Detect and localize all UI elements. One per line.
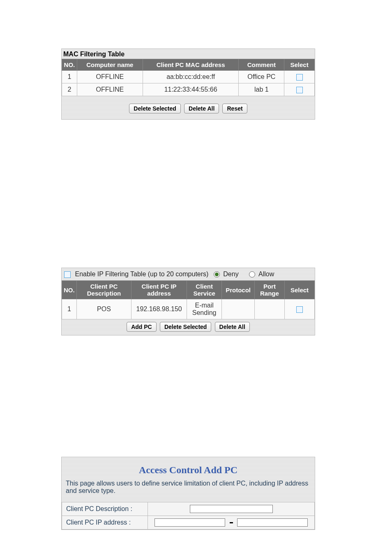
cell-service: E-mail Sending: [187, 299, 221, 319]
cell-name: OFFLINE: [77, 83, 143, 96]
deny-radio[interactable]: [214, 271, 220, 278]
cell-mac: aa:bb:cc:dd:ee:ff: [143, 71, 239, 83]
cell-port: [254, 299, 284, 319]
dash-icon: [230, 522, 233, 523]
desc-label: Client PC Description :: [62, 502, 148, 516]
client-ip-end-input[interactable]: [237, 518, 308, 527]
col-name: Computer name: [77, 59, 143, 71]
mac-filtering-panel: MAC Filtering Table NO. Computer name Cl…: [61, 49, 315, 120]
allow-radio[interactable]: [249, 271, 255, 278]
cell-no: 2: [62, 83, 77, 96]
delete-all-button[interactable]: Delete All: [184, 104, 219, 113]
col-no: NO.: [62, 59, 77, 71]
cell-name: OFFLINE: [77, 71, 143, 83]
col-protocol: Protocol: [222, 281, 255, 299]
col-port: Port Range: [254, 281, 284, 299]
access-control-desc: This page allows users to define service…: [62, 480, 315, 502]
ip-filter-enable-row: Enable IP Filtering Table (up to 20 comp…: [62, 268, 315, 280]
cell-no: 1: [62, 71, 77, 83]
deny-label: Deny: [223, 271, 238, 278]
row-select-checkbox[interactable]: [296, 74, 303, 81]
access-control-title: Access Control Add PC: [62, 457, 315, 480]
mac-filtering-title: MAC Filtering Table: [62, 49, 315, 59]
table-row: 2 OFFLINE 11:22:33:44:55:66 lab 1: [62, 83, 315, 96]
cell-ip: 192.168.98.150: [131, 299, 187, 319]
cell-desc: POS: [76, 299, 131, 319]
delete-selected-button[interactable]: Delete Selected: [160, 322, 212, 332]
col-ip: Client PC IP address: [131, 281, 187, 299]
delete-all-button[interactable]: Delete All: [215, 322, 250, 332]
client-desc-input[interactable]: [190, 505, 273, 513]
col-select: Select: [284, 281, 314, 299]
ip-filtering-panel: Enable IP Filtering Table (up to 20 comp…: [61, 268, 315, 335]
enable-ip-filter-checkbox[interactable]: [64, 271, 71, 278]
col-mac: Client PC MAC address: [143, 59, 239, 71]
client-ip-start-input[interactable]: [154, 518, 225, 527]
col-select: Select: [284, 59, 315, 71]
table-row: 1 POS 192.168.98.150 E-mail Sending: [62, 299, 315, 319]
col-comment: Comment: [239, 59, 284, 71]
row-select-checkbox[interactable]: [296, 306, 303, 313]
cell-mac: 11:22:33:44:55:66: [143, 83, 239, 96]
allow-label: Allow: [258, 271, 274, 278]
col-no: NO.: [62, 281, 77, 299]
ip-button-row: Add PC Delete Selected Delete All: [62, 319, 315, 335]
reset-button[interactable]: Reset: [222, 104, 247, 113]
ip-filtering-table: NO. Client PC Description Client PC IP a…: [62, 280, 315, 319]
mac-button-row: Delete Selected Delete All Reset: [62, 96, 315, 119]
cell-comment: lab 1: [239, 83, 284, 96]
add-pc-button[interactable]: Add PC: [127, 322, 157, 332]
ip-label: Client PC IP address :: [62, 516, 148, 530]
cell-comment: Office PC: [239, 71, 284, 83]
col-desc: Client PC Description: [76, 281, 131, 299]
delete-selected-button[interactable]: Delete Selected: [129, 104, 181, 113]
table-row: 1 OFFLINE aa:bb:cc:dd:ee:ff Office PC: [62, 71, 315, 83]
cell-protocol: [222, 299, 255, 319]
access-control-panel: Access Control Add PC This page allows u…: [61, 457, 315, 530]
cell-no: 1: [62, 299, 77, 319]
col-service: Client Service: [187, 281, 221, 299]
enable-ip-filter-label: Enable IP Filtering Table (up to 20 comp…: [75, 271, 208, 278]
access-control-form: Client PC Description : Client PC IP add…: [62, 502, 315, 530]
mac-filtering-table: NO. Computer name Client PC MAC address …: [62, 59, 315, 96]
row-select-checkbox[interactable]: [296, 87, 303, 93]
